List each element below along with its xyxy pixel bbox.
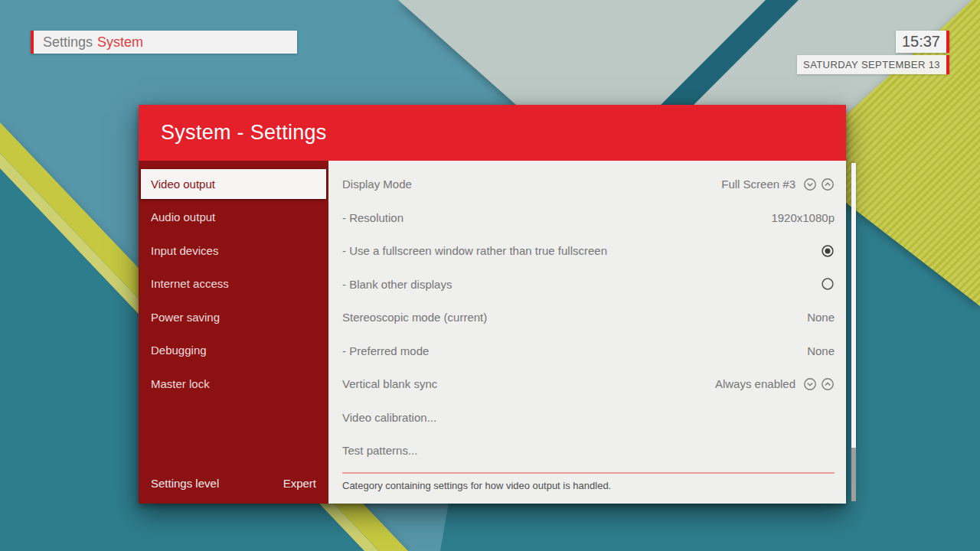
setting-row-blank-other-displays[interactable]: - Blank other displays	[342, 268, 835, 302]
settings-level-label: Settings level	[151, 477, 219, 490]
dialog-body: Video outputAudio outputInput devicesInt…	[139, 161, 846, 504]
setting-row-test-patterns[interactable]: Test patterns...	[342, 434, 835, 468]
setting-label: - Use a fullscreen window rather than tr…	[342, 244, 813, 257]
sidebar-item-power-saving[interactable]: Power saving	[139, 301, 328, 334]
setting-control	[821, 277, 835, 291]
setting-row-video-calibration[interactable]: Video calibration...	[342, 401, 835, 435]
setting-label: Stereoscopic mode (current)	[342, 311, 807, 324]
setting-row-use-a-fullscreen-window-rather-than-true-fullscreen[interactable]: - Use a fullscreen window rather than tr…	[342, 234, 835, 268]
setting-label: - Resolution	[342, 211, 771, 224]
setting-control	[803, 377, 835, 391]
setting-row-stereoscopic-mode-current[interactable]: Stereoscopic mode (current)None	[342, 301, 835, 334]
sidebar-item-label: Internet access	[151, 277, 229, 290]
settings-level-row[interactable]: Settings level Expert	[139, 467, 328, 500]
sidebar-item-label: Audio output	[151, 210, 215, 223]
settings-rows: Display ModeFull Screen #3- Resolution19…	[342, 168, 835, 468]
dialog-title: System - Settings	[161, 121, 327, 145]
breadcrumb-page: System	[97, 34, 143, 51]
sidebar-item-debugging[interactable]: Debugging	[139, 334, 328, 367]
sidebar-item-label: Input devices	[151, 244, 218, 257]
setting-label: - Blank other displays	[342, 278, 813, 291]
scrollbar-track[interactable]	[851, 448, 856, 501]
setting-label: Vertical blank sync	[342, 377, 715, 390]
sidebar-item-label: Master lock	[151, 377, 210, 390]
settings-panel: Display ModeFull Screen #3- Resolution19…	[328, 161, 846, 504]
setting-row-preferred-mode[interactable]: - Preferred modeNone	[342, 334, 835, 368]
setting-label: Video calibration...	[342, 411, 835, 424]
radio-on-icon[interactable]	[821, 244, 835, 258]
spinner-up-icon[interactable]	[821, 377, 835, 391]
panel-divider	[342, 472, 835, 474]
spinner-down-icon[interactable]	[803, 377, 817, 391]
setting-control	[803, 178, 835, 191]
sidebar-item-input-devices[interactable]: Input devices	[139, 234, 328, 268]
sidebar-item-label: Debugging	[151, 344, 207, 357]
sidebar-item-master-lock[interactable]: Master lock	[139, 367, 328, 401]
clock-date-label: SATURDAY SEPTEMBER 13	[803, 59, 940, 70]
sidebar-item-audio-output[interactable]: Audio output	[139, 201, 328, 234]
sidebar-item-label: Power saving	[151, 311, 220, 324]
sidebar-item-label: Video output	[151, 178, 215, 191]
setting-row-vertical-blank-sync[interactable]: Vertical blank syncAlways enabled	[342, 367, 835, 401]
spinner-up-icon[interactable]	[821, 178, 835, 191]
sidebar-item-internet-access[interactable]: Internet access	[139, 267, 328, 301]
scrollbar-thumb[interactable]	[851, 163, 856, 448]
setting-row-display-mode[interactable]: Display ModeFull Screen #3	[342, 168, 835, 201]
setting-row-resolution[interactable]: - Resolution1920x1080p	[342, 201, 835, 235]
setting-value: None	[807, 344, 835, 357]
setting-value: Full Screen #3	[721, 178, 795, 191]
setting-value: None	[807, 311, 835, 324]
spinner-down-icon[interactable]	[803, 178, 817, 191]
setting-label: - Preferred mode	[342, 344, 807, 357]
clock-date: SATURDAY SEPTEMBER 13	[797, 55, 949, 74]
clock-time-label: 15:37	[902, 33, 940, 51]
settings-dialog: System - Settings Video outputAudio outp…	[139, 105, 846, 504]
setting-value: 1920x1080p	[771, 211, 835, 224]
sidebar-items: Video outputAudio outputInput devicesInt…	[139, 169, 328, 400]
sidebar-item-video-output[interactable]: Video output	[141, 169, 326, 199]
dialog-header: System - Settings	[139, 105, 846, 161]
radio-off-icon[interactable]	[821, 277, 835, 291]
clock-time: 15:37	[896, 31, 949, 53]
breadcrumb-section: Settings	[43, 34, 93, 51]
setting-description: Category containing settings for how vid…	[342, 480, 835, 491]
breadcrumb: Settings System	[31, 31, 297, 54]
setting-label: Display Mode	[342, 178, 721, 191]
settings-level-value: Expert	[283, 477, 316, 490]
setting-value: Always enabled	[715, 377, 795, 390]
setting-control	[821, 244, 835, 258]
setting-label: Test patterns...	[342, 444, 835, 457]
scrollbar	[851, 163, 856, 501]
sidebar-menu: Video outputAudio outputInput devicesInt…	[139, 161, 328, 504]
